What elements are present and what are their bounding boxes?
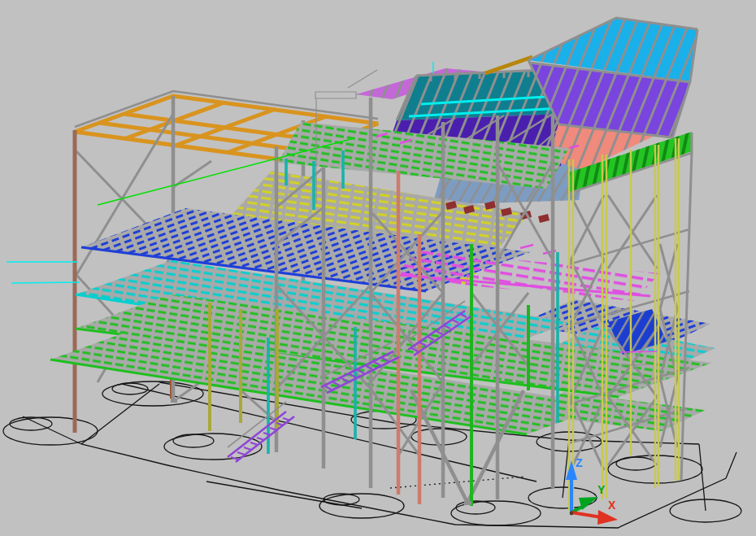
foundation-pile-outline xyxy=(164,434,262,460)
y-axis-label: Y xyxy=(597,483,606,496)
foundation-pile-outline xyxy=(10,417,52,430)
column-base-pad xyxy=(464,501,471,505)
left-frame-top-chords xyxy=(75,91,378,127)
ucs-origin[interactable] xyxy=(570,512,574,516)
z-axis-label: Z xyxy=(576,456,583,469)
column-base-pad xyxy=(171,399,177,403)
x-axis-label: X xyxy=(608,499,616,512)
cad-viewport[interactable]: Z Y X xyxy=(0,0,756,536)
foundation-pile-outline xyxy=(616,457,655,470)
model-canvas[interactable]: Z Y X xyxy=(0,0,756,536)
x-axis-arrowhead[interactable] xyxy=(597,510,618,525)
foundation-pile-outline xyxy=(456,501,495,514)
y-axis-arrowhead[interactable] xyxy=(579,497,598,510)
foundation-pile-outline xyxy=(173,434,214,447)
magenta-tick xyxy=(619,351,657,352)
x-axis-shaft[interactable] xyxy=(571,512,602,517)
